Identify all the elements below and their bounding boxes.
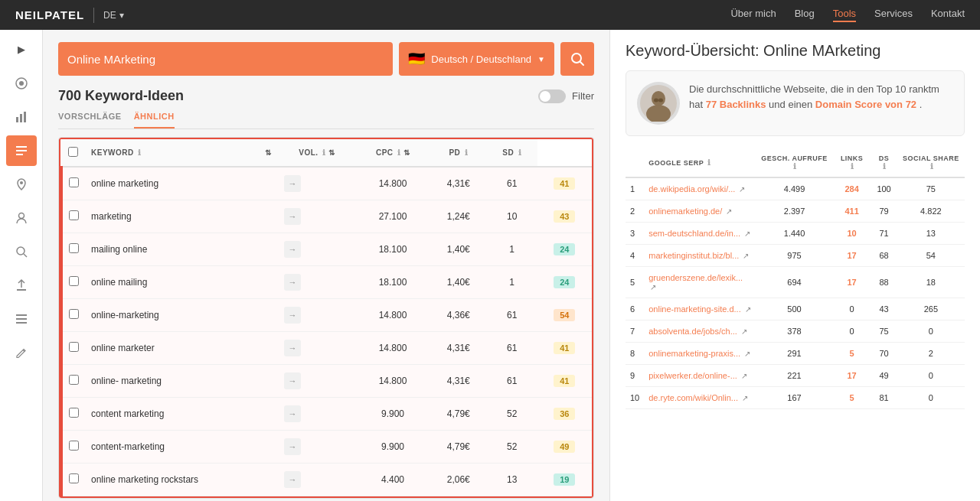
tab-aehnlich[interactable]: ÄHNLICH — [134, 112, 175, 129]
serp-social: 54 — [897, 245, 965, 267]
serp-link[interactable]: de.wikipedia.org/wiki/... — [648, 184, 735, 194]
serp-url-cell: de.wikipedia.org/wiki/... ↗ — [644, 177, 756, 200]
row-checkbox[interactable] — [69, 177, 79, 187]
sidebar-item-search[interactable] — [6, 236, 37, 267]
external-link-icon[interactable]: ↗ — [742, 394, 748, 402]
vol-cell: 14.800 — [355, 332, 430, 365]
sidebar-item-analytics[interactable] — [6, 102, 37, 132]
external-link-icon[interactable]: ↗ — [744, 229, 750, 238]
search-input[interactable] — [67, 53, 384, 66]
sidebar-toggle[interactable]: ▶ — [6, 37, 37, 60]
row-checkbox[interactable] — [69, 342, 79, 352]
serp-views: 378 — [756, 320, 833, 343]
nav-link-kontakt[interactable]: Kontakt — [931, 8, 965, 22]
keyword-cell: marketing — [85, 200, 278, 233]
serp-ds: 71 — [871, 223, 897, 245]
arrow-button[interactable]: → — [284, 471, 301, 488]
tab-vorschlaege[interactable]: VORSCHLÄGE — [58, 112, 122, 129]
svg-point-1 — [19, 81, 24, 86]
cpc-sort-icon[interactable]: ⇅ — [403, 148, 410, 157]
keyword-cell: online mailing — [85, 266, 278, 299]
ds-header: DS ℹ — [871, 148, 897, 177]
serp-link[interactable]: absolventa.de/jobs/ch... — [648, 327, 737, 336]
external-link-icon[interactable]: ↗ — [741, 327, 747, 336]
external-link-icon[interactable]: ↗ — [745, 305, 751, 314]
sidebar-item-list[interactable] — [6, 304, 37, 334]
ds-info-icon[interactable]: ℹ — [883, 162, 887, 171]
serp-link[interactable]: gruenderszene.de/lexik... — [648, 273, 743, 282]
pd-cell: 61 — [487, 332, 537, 365]
external-link-icon[interactable]: ↗ — [741, 372, 747, 380]
nav-link-uber[interactable]: Über mich — [730, 8, 776, 22]
filter-toggle-switch[interactable] — [538, 89, 566, 103]
serp-link[interactable]: sem-deutschland.de/in... — [648, 229, 740, 238]
svg-rect-15 — [16, 322, 27, 324]
serp-link[interactable]: de.ryte.com/wiki/Onlin... — [648, 393, 738, 402]
svg-rect-4 — [24, 112, 26, 122]
sidebar-item-upload[interactable] — [6, 270, 37, 301]
sidebar-item-edit[interactable] — [6, 337, 37, 368]
pd-info-icon[interactable]: ℹ — [465, 148, 469, 157]
arrow-button[interactable]: → — [284, 175, 301, 192]
serp-link[interactable]: onlinemarketing.de/ — [648, 207, 722, 216]
external-link-icon[interactable]: ↗ — [744, 350, 750, 358]
arrow-button[interactable]: → — [284, 372, 301, 389]
arrow-cell: → — [278, 168, 356, 200]
sd-badge: 41 — [554, 375, 575, 387]
serp-social: 2 — [897, 343, 965, 365]
row-checkbox[interactable] — [69, 309, 79, 319]
search-button[interactable] — [560, 42, 594, 76]
sidebar-item-location[interactable] — [6, 169, 37, 200]
keyword-cell: content-marketing — [85, 431, 278, 464]
row-checkbox[interactable] — [69, 210, 79, 220]
sidebar-item-user[interactable] — [6, 203, 37, 233]
external-link-icon[interactable]: ↗ — [726, 207, 732, 216]
arrow-cell: → — [278, 233, 356, 265]
arrow-button[interactable]: → — [284, 274, 301, 291]
nav-link-blog[interactable]: Blog — [795, 8, 815, 22]
arrow-button[interactable]: → — [284, 307, 301, 324]
row-checkbox[interactable] — [69, 375, 79, 385]
serp-link[interactable]: onlinemarketing-praxis... — [648, 349, 740, 358]
cpc-info-icon[interactable]: ℹ — [397, 148, 401, 157]
row-checkbox[interactable] — [69, 243, 79, 253]
select-all-checkbox[interactable] — [68, 147, 78, 157]
external-link-icon[interactable]: ↗ — [743, 252, 749, 260]
serp-link[interactable]: online-marketing-site.d... — [648, 304, 740, 314]
vol-sort-icon[interactable]: ⇅ — [328, 148, 335, 157]
vol-cell: 18.100 — [355, 233, 430, 266]
social-info-icon[interactable]: ℹ — [930, 162, 934, 171]
serp-info-icon[interactable]: ℹ — [707, 158, 711, 167]
views-info-icon[interactable]: ℹ — [793, 162, 797, 171]
keyword-header: KEYWORD ℹ ⇅ — [85, 139, 278, 167]
arrow-button[interactable]: → — [284, 208, 301, 225]
serp-link[interactable]: pixelwerker.de/online-... — [648, 371, 737, 380]
external-link-icon[interactable]: ↗ — [650, 283, 656, 291]
row-checkbox[interactable] — [69, 441, 79, 451]
vol-info-icon[interactable]: ℹ — [322, 148, 326, 157]
table-row: content-marketing → 9.900 4,79€ 52 49 — [62, 431, 593, 464]
sidebar-item-keyword-tool[interactable] — [6, 135, 37, 166]
links-info-icon[interactable]: ℹ — [851, 162, 854, 171]
row-checkbox[interactable] — [69, 276, 79, 286]
arrow-button[interactable]: → — [284, 340, 301, 356]
serp-link[interactable]: marketinginstitut.biz/bl... — [648, 251, 739, 260]
arrow-button[interactable]: → — [284, 405, 301, 422]
search-input-wrap[interactable] — [58, 42, 393, 76]
sidebar-item-dashboard[interactable] — [6, 68, 37, 99]
row-checkbox[interactable] — [69, 408, 79, 418]
keyword-info-icon[interactable]: ℹ — [138, 148, 142, 157]
external-link-icon[interactable]: ↗ — [739, 185, 745, 194]
arrow-button[interactable]: → — [284, 438, 301, 455]
sd-info-icon[interactable]: ℹ — [518, 148, 522, 157]
nav-link-tools[interactable]: Tools — [833, 8, 856, 22]
region-selector[interactable]: 🇩🇪 Deutsch / Deutschland ▼ — [399, 42, 554, 76]
serp-links: 17 — [833, 245, 871, 267]
row-checkbox[interactable] — [69, 473, 79, 483]
arrow-button[interactable]: → — [284, 241, 301, 258]
keyword-cell: online marketing rockstars — [85, 464, 278, 496]
sd-badge: 41 — [554, 177, 575, 190]
keyword-sort-icon[interactable]: ⇅ — [265, 148, 272, 157]
language-selector[interactable]: DE ▾ — [103, 10, 124, 21]
nav-link-services[interactable]: Services — [874, 8, 913, 22]
